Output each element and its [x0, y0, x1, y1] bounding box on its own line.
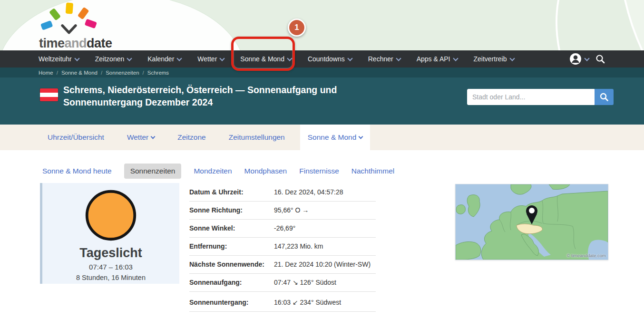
map-copyright: © timeanddate.com	[566, 253, 606, 258]
breadcrumb-sonne-mond[interactable]: Sonne & Mond	[61, 70, 98, 76]
tab-zeitzone[interactable]: Zeitzone	[170, 125, 213, 150]
detail-row-sonne-winkel: Sonne Winkel: -26,69°	[189, 220, 376, 238]
detail-label: Entfernung:	[189, 242, 274, 250]
detail-row-naechste-sonnenwende: Nächste Sonnenwende: 21. Dez 2024 10:20 …	[189, 256, 376, 274]
location-search	[467, 89, 614, 105]
daylight-time-range: 07:47 – 16:03	[42, 263, 179, 271]
tab-sonne-mond[interactable]: Sonne & Mond	[300, 125, 371, 150]
subtab-sonnenzeiten[interactable]: Sonnenzeiten	[124, 164, 182, 179]
detail-label: Sonne Richtung:	[189, 206, 274, 214]
annotation-step-badge: 1	[288, 19, 306, 37]
annotation-highlight-rect	[231, 37, 295, 71]
breadcrumb-home[interactable]: Home	[39, 70, 53, 76]
nav-item-weltzeituhr[interactable]: Weltzeituhr	[39, 55, 79, 63]
subtab-mondphasen[interactable]: Mondphasen	[244, 164, 287, 179]
detail-value: -26,69°	[274, 224, 295, 232]
account-menu[interactable]	[569, 53, 589, 65]
chevron-down-icon	[220, 56, 225, 61]
breadcrumb-separator: /	[101, 70, 102, 76]
chevron-down-icon	[359, 135, 363, 139]
chevron-down-icon	[347, 56, 352, 61]
page-header: Schrems, Niederösterreich, Österreich — …	[0, 77, 644, 125]
nav-item-wetter[interactable]: Wetter	[197, 55, 224, 63]
daylight-title: Tageslicht	[42, 246, 179, 260]
tab-uhrzeit-uebersicht[interactable]: Uhrzeit/Übersicht	[40, 125, 112, 150]
search-icon[interactable]	[595, 54, 605, 64]
detail-label: Nächste Sonnenwende:	[189, 260, 274, 268]
nav-item-countdowns[interactable]: Countdowns	[308, 55, 352, 63]
detail-value: 16. Dez 2024, 04:57:28	[274, 188, 343, 196]
location-search-input[interactable]	[467, 89, 595, 105]
chevron-down-icon	[177, 56, 182, 61]
location-map[interactable]: © timeanddate.com	[455, 184, 608, 260]
chevron-down-icon	[509, 56, 515, 61]
detail-label: Datum & Uhrzeit:	[189, 188, 274, 196]
breadcrumb: Home / Sonne & Mond / Sonnenzeiten / Sch…	[0, 67, 644, 77]
europe-map	[456, 184, 608, 260]
chevron-down-icon	[396, 56, 401, 61]
nav-item-apps-api[interactable]: Apps & API	[417, 55, 458, 63]
detail-label: Sonnenaufgang:	[189, 279, 274, 286]
detail-row-datum-uhrzeit: Datum & Uhrzeit: 16. Dez 2024, 04:57:28	[189, 183, 376, 202]
subtab-sonne-mond-heute[interactable]: Sonne & Mond heute	[42, 164, 112, 179]
chevron-down-icon	[127, 56, 132, 61]
daylight-duration: 8 Stunden, 16 Minuten	[42, 274, 179, 281]
detail-value: 07:47 ↘ 126° Südost	[274, 279, 336, 286]
subtab-finsternisse[interactable]: Finsternisse	[299, 164, 339, 179]
detail-row-sonnenuntergang: Sonnenuntergang: 16:03 ↙ 234° Südwest	[189, 292, 376, 312]
detail-row-sonnenaufgang: Sonnenaufgang: 07:47 ↘ 126° Südost	[189, 274, 376, 292]
sun-moon-subtabs: Sonne & Mond heute Sonnenzeiten Mondzeit…	[42, 164, 394, 179]
nav-item-zeitzonen[interactable]: Zeitzonen	[95, 55, 131, 63]
timeanddate-logo-icon	[38, 2, 100, 36]
breadcrumb-schrems[interactable]: Schrems	[147, 70, 169, 76]
nav-item-kalender[interactable]: Kalender	[147, 55, 181, 63]
page-title: Schrems, Niederösterreich, Österreich — …	[63, 84, 372, 109]
detail-value: 21. Dez 2024 10:20 (Winter-SW)	[274, 260, 371, 268]
tab-wetter[interactable]: Wetter	[119, 125, 162, 150]
detail-label: Sonnenuntergang:	[189, 299, 274, 306]
daylight-card: Tageslicht 07:47 – 16:03 8 Stunden, 16 M…	[40, 183, 179, 284]
chevron-down-icon	[584, 56, 589, 61]
sun-icon	[83, 188, 138, 243]
timeanddate-logo[interactable]: timeanddate	[38, 2, 112, 50]
decorative-curves	[454, 0, 644, 50]
subtab-mondzeiten[interactable]: Mondzeiten	[194, 164, 232, 179]
logo-wordmark: timeanddate	[39, 36, 112, 50]
decorative-arch	[0, 0, 245, 50]
main-navigation: Weltzeituhr Zeitzonen Kalender Wetter So…	[0, 50, 644, 67]
breadcrumb-sonnenzeiten[interactable]: Sonnenzeiten	[106, 70, 139, 76]
subtab-nachthimmel[interactable]: Nachthimmel	[351, 164, 394, 179]
nav-item-rechner[interactable]: Rechner	[368, 55, 400, 63]
detail-label: Sonne Winkel:	[189, 224, 274, 232]
austria-flag-icon	[40, 88, 58, 101]
city-tabs: Uhrzeit/Übersicht Wetter Zeitzone Zeitum…	[0, 125, 644, 150]
chevron-down-icon	[453, 56, 458, 61]
detail-row-entfernung: Entfernung: 147,223 Mio. km	[189, 238, 376, 256]
detail-row-sonne-richtung: Sonne Richtung: 95,66° O →	[189, 202, 376, 220]
detail-value: 95,66° O →	[274, 206, 309, 214]
breadcrumb-separator: /	[57, 70, 58, 76]
detail-value: 16:03 ↙ 234° Südwest	[274, 299, 341, 306]
chevron-down-icon	[151, 135, 156, 139]
chevron-down-icon	[74, 56, 79, 61]
detail-value: 147,223 Mio. km	[274, 242, 323, 250]
sun-details-table: Datum & Uhrzeit: 16. Dez 2024, 04:57:28 …	[189, 183, 376, 312]
top-band: timeanddate	[0, 0, 644, 50]
tab-zeitumstellungen[interactable]: Zeitumstellungen	[221, 125, 293, 150]
search-icon	[599, 92, 609, 102]
user-icon	[569, 53, 582, 65]
location-search-button[interactable]	[595, 89, 614, 105]
nav-item-zeitvertreib[interactable]: Zeitvertreib	[474, 55, 514, 63]
breadcrumb-separator: /	[143, 70, 144, 76]
page: timeanddate Weltzeituhr Zeitzonen Kalend…	[0, 0, 644, 318]
